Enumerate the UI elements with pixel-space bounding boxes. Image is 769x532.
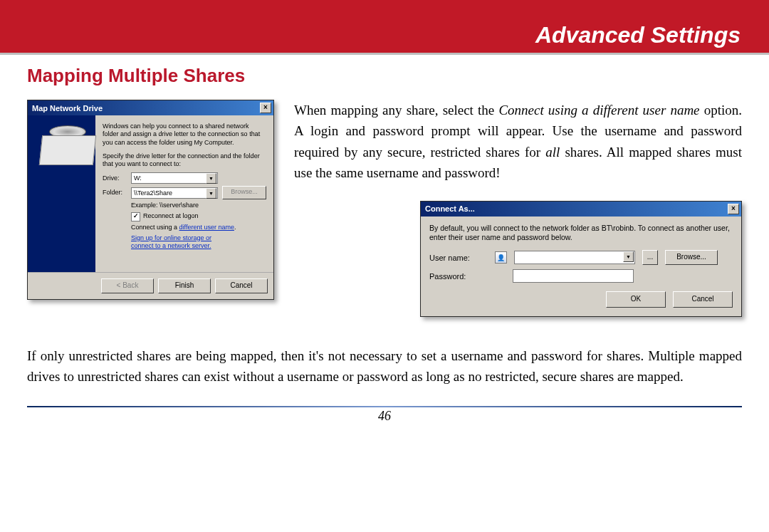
browse-button-2[interactable]: Browse... xyxy=(665,250,718,265)
p1-italic2: all xyxy=(545,145,560,160)
connect-text-c: . xyxy=(234,224,236,231)
dialog2-titlebar: Connect As... × xyxy=(421,202,741,217)
signup-link[interactable]: Sign up for online storage or connect to… xyxy=(131,234,234,251)
close-icon[interactable]: × xyxy=(260,103,271,113)
dialog2-title-text: Connect As... xyxy=(425,204,475,213)
reconnect-checkbox[interactable]: ✓ xyxy=(131,212,140,221)
example-text: Example: \\server\share xyxy=(131,202,266,209)
map-network-drive-dialog: Map Network Drive × Windows can help you… xyxy=(27,100,274,300)
username-input[interactable] xyxy=(514,251,635,264)
footer-rule xyxy=(27,406,742,407)
connect-text-a: Connect using a xyxy=(131,224,179,231)
dialog-description-1: Windows can help you connect to a shared… xyxy=(103,122,266,147)
username-label: User name: xyxy=(429,254,488,262)
p1-italic1: Connect using a different user name xyxy=(498,103,699,118)
folder-label: Folder: xyxy=(103,189,127,197)
section-heading: Mapping Multiple Shares xyxy=(27,65,769,87)
p1-a: When mapping any share, select the xyxy=(294,103,498,118)
ok-button[interactable]: OK xyxy=(606,291,666,308)
drive-label: Drive: xyxy=(103,174,127,182)
wizard-graphic xyxy=(28,115,95,272)
dialog-titlebar: Map Network Drive × xyxy=(28,100,273,115)
different-user-link[interactable]: different user name xyxy=(179,224,234,231)
banner-header: Advanced Settings xyxy=(0,0,769,53)
dialog-title-text: Map Network Drive xyxy=(32,104,103,113)
banner-title: Advanced Settings xyxy=(535,22,741,48)
close-icon[interactable]: × xyxy=(728,204,739,214)
lookup-button[interactable]: ... xyxy=(642,250,658,265)
banner-underline xyxy=(0,53,769,55)
drive-select[interactable] xyxy=(131,172,218,184)
user-icon: 👤 xyxy=(495,251,507,264)
cancel-button-2[interactable]: Cancel xyxy=(673,291,733,308)
folder-input[interactable] xyxy=(131,187,218,199)
paragraph-1: When mapping any share, select the Conne… xyxy=(294,100,742,184)
page-number: 46 xyxy=(0,409,769,424)
reconnect-label: Reconnect at logon xyxy=(143,212,199,220)
password-input[interactable] xyxy=(513,269,634,283)
drive-icon xyxy=(39,135,96,165)
paragraph-2: If only unrestricted shares are being ma… xyxy=(0,317,769,387)
dialog-description-2: Specify the drive letter for the connect… xyxy=(103,152,266,169)
back-button[interactable]: < Back xyxy=(101,278,154,293)
connect-as-dialog: Connect As... × By default, you will con… xyxy=(420,201,742,317)
browse-button[interactable]: Browse... xyxy=(222,186,266,199)
password-label: Password: xyxy=(429,272,488,281)
dialog2-description: By default, you will connect to the netw… xyxy=(429,224,733,243)
cancel-button[interactable]: Cancel xyxy=(215,278,268,293)
finish-button[interactable]: Finish xyxy=(158,278,211,293)
